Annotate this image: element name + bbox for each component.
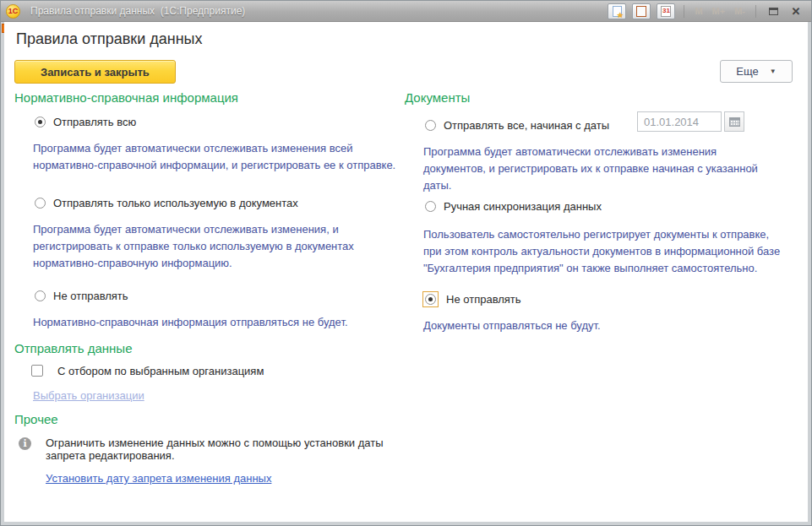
option-description: Программа будет автоматически отслеживат… <box>405 144 805 194</box>
radio-button[interactable] <box>425 120 436 131</box>
option-description: Документы отправляться не будут. <box>405 317 805 334</box>
radio-label[interactable]: Отправлять только используемую в докумен… <box>53 197 298 209</box>
info-text: Ограничить изменение данных можно с помо… <box>46 437 400 462</box>
calculator-button[interactable] <box>632 3 651 19</box>
memory-recall-button[interactable]: M <box>693 6 704 16</box>
checkbox-label[interactable]: С отбором по выбранным организациям <box>57 365 264 377</box>
radio-option-docs-do-not-send[interactable]: Не отправлять <box>405 292 805 306</box>
set-restriction-date-link[interactable]: Установить дату запрета изменения данных <box>46 472 271 485</box>
nsi-column: Нормативно-справочная информация Отправл… <box>14 90 400 485</box>
checkbox-filter-by-organizations[interactable]: С отбором по выбранным организациям <box>14 364 400 377</box>
start-date-group <box>637 111 744 132</box>
focus-outline <box>422 291 439 307</box>
more-button-label: Еще <box>736 65 758 78</box>
radio-button[interactable] <box>35 117 46 127</box>
radio-option-docs-manual-sync[interactable]: Ручная синхронизация данных <box>405 199 805 213</box>
documents-column: Документы Отправлять все, начиная с даты… <box>405 90 805 356</box>
calendar-grid-icon <box>729 117 740 127</box>
option-description: Программа будет автоматически отслеживат… <box>14 221 400 272</box>
calendar-icon: 31 <box>661 6 671 17</box>
radio-option-nsi-do-not-send[interactable]: Не отправлять <box>14 289 400 302</box>
save-and-close-button[interactable]: Записать и закрыть <box>14 60 176 84</box>
radio-label[interactable]: Отправлять всю <box>53 116 136 128</box>
radio-option-nsi-used-in-docs[interactable]: Отправлять только используемую в докумен… <box>14 196 400 209</box>
close-icon: ✕ <box>792 6 801 17</box>
memory-plus-button[interactable]: M+ <box>711 6 728 16</box>
radio-label[interactable]: Ручная синхронизация данных <box>444 200 602 213</box>
radio-button[interactable] <box>35 198 46 209</box>
calendar-button[interactable]: 31 <box>657 3 675 19</box>
maximize-button[interactable] <box>765 3 782 19</box>
radio-option-docs-send-from-date[interactable]: Отправлять все, начиная с даты <box>405 115 805 135</box>
form-area: Правила отправки данных Записать и закры… <box>4 22 808 522</box>
radio-label[interactable]: Не отправлять <box>446 293 521 306</box>
checkbox[interactable] <box>31 365 43 377</box>
option-description: Программа будет автоматически отслеживат… <box>14 140 400 174</box>
more-button[interactable]: Еще ▼ <box>720 60 793 83</box>
titlebar-toolbar: 31 M M+ M- ✕ <box>608 3 804 19</box>
date-picker-button[interactable] <box>724 111 744 132</box>
radio-button[interactable] <box>35 290 46 301</box>
memory-minus-button[interactable]: M- <box>733 6 747 16</box>
calculator-icon <box>636 6 646 17</box>
toolbar-separator <box>684 5 684 18</box>
app-window: 1С Правила отправки данных (1С:Предприят… <box>0 0 812 526</box>
info-note: Ограничить изменение данных можно с помо… <box>14 437 400 462</box>
favorites-button[interactable] <box>608 3 626 19</box>
1c-logo-icon: 1С <box>6 4 20 19</box>
select-organizations-link[interactable]: Выбрать организации <box>33 389 144 402</box>
section-title-nsi: Нормативно-справочная информация <box>14 90 400 105</box>
option-description: Нормативно-справочная информация отправл… <box>14 314 400 331</box>
section-title-send-data: Отправлять данные <box>14 341 400 355</box>
close-button[interactable]: ✕ <box>787 3 804 19</box>
maximize-icon <box>769 8 778 15</box>
chevron-down-icon: ▼ <box>770 68 777 75</box>
radio-option-nsi-send-all[interactable]: Отправлять всю <box>14 115 400 128</box>
start-date-input[interactable] <box>637 111 722 132</box>
toolbar-separator <box>755 5 756 18</box>
radio-label[interactable]: Не отправлять <box>53 290 128 302</box>
info-icon <box>19 437 31 450</box>
star-document-icon <box>613 6 622 17</box>
page-title: Правила отправки данных <box>16 30 203 48</box>
section-title-other: Прочее <box>14 412 400 426</box>
section-title-documents: Документы <box>405 90 805 105</box>
radio-button[interactable] <box>425 294 436 305</box>
radio-button[interactable] <box>425 201 436 212</box>
window-title: Правила отправки данных (1С:Предприятие) <box>30 5 245 17</box>
option-description: Пользователь самостоятельно регистрирует… <box>405 226 805 277</box>
radio-label[interactable]: Отправлять все, начиная с даты <box>444 119 609 132</box>
window-titlebar: 1С Правила отправки данных (1С:Предприят… <box>1 1 811 22</box>
